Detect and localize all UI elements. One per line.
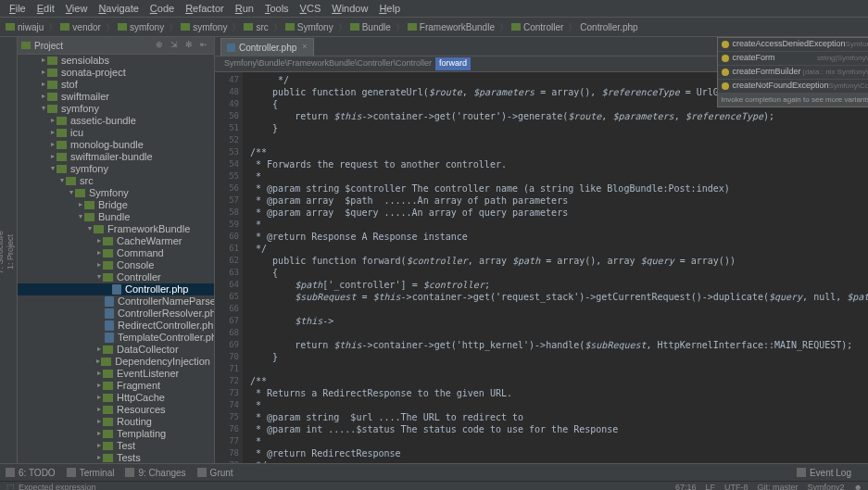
tree-folder[interactable]: ▾symfony xyxy=(18,163,214,175)
completion-item[interactable]: createAccessDeniedExceptionSymfony\Compo… xyxy=(718,38,868,52)
caret-position[interactable]: 67:16 xyxy=(675,483,697,490)
tree-folder[interactable]: ▸Test xyxy=(18,440,214,452)
tree-arrow-icon[interactable]: ▸ xyxy=(95,381,103,390)
tree-arrow-icon[interactable]: ▸ xyxy=(95,393,103,402)
menu-run[interactable]: Run xyxy=(230,2,259,15)
tree-arrow-icon[interactable]: ▸ xyxy=(95,417,103,426)
hector-icon[interactable]: ☻ xyxy=(854,483,862,490)
tree-folder[interactable]: ▾FrameworkBundle xyxy=(18,223,214,235)
tree-folder[interactable]: ▾src xyxy=(18,175,214,187)
tree-folder[interactable]: ▸Resources xyxy=(18,404,214,416)
menu-refactor[interactable]: Refactor xyxy=(180,2,230,15)
tree-arrow-icon[interactable]: ▸ xyxy=(49,116,57,125)
tree-arrow-icon[interactable]: ▸ xyxy=(40,80,47,89)
tree-arrow-icon[interactable]: ▾ xyxy=(40,104,47,113)
tree-folder[interactable]: ▸monolog-bundle xyxy=(18,139,214,151)
tree-arrow-icon[interactable]: ▾ xyxy=(68,188,75,197)
menu-view[interactable]: View xyxy=(60,2,94,15)
tree-arrow-icon[interactable]: ▾ xyxy=(86,224,94,233)
tool-button[interactable]: 7: Structure xyxy=(0,231,6,274)
tool-button[interactable]: 1: Project xyxy=(6,234,17,270)
gear-icon[interactable]: ✻ xyxy=(182,39,195,52)
tree-folder[interactable]: ▾Controller xyxy=(18,271,214,283)
tree-arrow-icon[interactable]: ▸ xyxy=(40,92,47,101)
tree-folder[interactable]: ▸CacheWarmer xyxy=(18,235,214,247)
editor-tab[interactable]: Controller.php × xyxy=(220,38,314,56)
menu-edit[interactable]: Edit xyxy=(31,2,60,15)
tree-arrow-icon[interactable]: ▸ xyxy=(95,236,103,245)
tree-folder[interactable]: ▸Templating xyxy=(18,428,214,440)
nav-crumb[interactable]: vendor xyxy=(60,21,101,33)
tree-folder[interactable]: ▸sensiolabs xyxy=(18,55,214,67)
tree-folder[interactable]: ▸DataCollector xyxy=(18,344,214,356)
tree-folder[interactable]: ▸HttpCache xyxy=(18,392,214,404)
file-encoding[interactable]: UTF-8 xyxy=(724,483,748,490)
collapse-all-icon[interactable]: ⇲ xyxy=(168,39,181,52)
tree-arrow-icon[interactable]: ▸ xyxy=(49,152,57,161)
tree-folder[interactable]: ▾symfony xyxy=(18,103,214,115)
tree-arrow-icon[interactable]: ▸ xyxy=(95,405,103,414)
nav-crumb[interactable]: symfony xyxy=(118,21,164,33)
tree-folder[interactable]: ▸swiftmailer-bundle xyxy=(18,151,214,163)
tree-arrow-icon[interactable]: ▸ xyxy=(77,200,84,209)
tree-folder[interactable]: ▸Tests xyxy=(18,452,214,463)
git-branch[interactable]: Git: master xyxy=(757,483,798,490)
tree-folder[interactable]: ▸swiftmailer xyxy=(18,91,214,103)
tree-folder[interactable]: ▸assetic-bundle xyxy=(18,115,214,127)
nav-crumb[interactable]: FrameworkBundle xyxy=(408,21,495,33)
tree-file[interactable]: TemplateController.php xyxy=(18,332,214,344)
nav-crumb[interactable]: Controller xyxy=(511,21,563,33)
tree-arrow-icon[interactable]: ▾ xyxy=(58,176,66,185)
tree-folder[interactable]: ▸Routing xyxy=(18,416,214,428)
tool-window-stripe-left[interactable]: 1: Project7: StructureFavoritesSymfony2 xyxy=(0,37,18,463)
tree-arrow-icon[interactable]: ▸ xyxy=(95,260,103,270)
tree-folder[interactable]: ▸sonata-project xyxy=(18,67,214,79)
completion-popup[interactable]: createAccessDeniedExceptionSymfony\Compo… xyxy=(717,37,868,107)
tree-file[interactable]: RedirectController.php xyxy=(18,320,214,332)
tree-folder[interactable]: ▸Console xyxy=(18,259,214,271)
completion-item[interactable]: createFormstring|Symfony\Co Symfony xyxy=(718,52,868,66)
bottom-tool-button[interactable]: 6: TODO xyxy=(6,467,56,479)
nav-crumb[interactable]: Bundle xyxy=(350,21,391,33)
tree-folder[interactable]: ▸Fragment xyxy=(18,380,214,392)
tree-arrow-icon[interactable]: ▸ xyxy=(40,56,47,65)
completion-item[interactable]: createNotFoundExceptionSymfony\Component… xyxy=(718,80,868,94)
line-separator[interactable]: LF xyxy=(705,483,715,490)
menu-navigate[interactable]: Navigate xyxy=(93,2,144,15)
tree-file[interactable]: ControllerNameParser.php xyxy=(18,295,214,308)
tree-folder[interactable]: ▸DependencyInjection xyxy=(18,356,214,368)
bottom-tool-button[interactable]: Terminal xyxy=(67,467,115,479)
menu-code[interactable]: Code xyxy=(145,2,180,15)
bottom-tool-button[interactable]: 9: Changes xyxy=(125,467,185,479)
tree-file[interactable]: Controller.php xyxy=(18,283,214,295)
tree-arrow-icon[interactable]: ▸ xyxy=(95,453,103,462)
menu-help[interactable]: Help xyxy=(373,2,406,15)
tree-arrow-icon[interactable]: ▾ xyxy=(95,272,103,282)
bottom-tool-button[interactable]: Grunt xyxy=(197,467,233,479)
menu-vcs[interactable]: VCS xyxy=(295,2,327,15)
close-icon[interactable]: × xyxy=(302,42,307,53)
tree-arrow-icon[interactable]: ▸ xyxy=(40,68,47,77)
tree-arrow-icon[interactable]: ▸ xyxy=(95,369,103,378)
breadcrumb-item[interactable]: Symfony\Bundle\FrameworkBundle\Controlle… xyxy=(220,57,435,70)
code-text[interactable]: */ public function generateUrl($route, $… xyxy=(243,72,868,463)
tree-folder[interactable]: ▸Command xyxy=(18,247,214,259)
completion-item[interactable]: createFormBuilder(data : nix Symfony\Com… xyxy=(718,66,868,80)
tree-arrow-icon[interactable]: ▸ xyxy=(95,429,103,438)
tree-folder[interactable]: ▸stof xyxy=(18,79,214,91)
nav-crumb[interactable]: symfony xyxy=(181,21,227,33)
nav-crumb[interactable]: niwaju xyxy=(6,21,44,33)
tree-arrow-icon[interactable]: ▸ xyxy=(95,248,103,258)
breadcrumb-item[interactable]: forward xyxy=(435,57,471,70)
tree-arrow-icon[interactable]: ▸ xyxy=(49,140,57,149)
menu-file[interactable]: File xyxy=(4,2,31,15)
code-editor[interactable]: 4748495051525354555657585960616263646566… xyxy=(215,72,868,463)
nav-crumb[interactable]: Symfony xyxy=(285,21,333,33)
scroll-from-source-icon[interactable]: ⊕ xyxy=(153,39,166,52)
menu-window[interactable]: Window xyxy=(326,2,373,15)
project-tool-title[interactable]: Project xyxy=(21,40,63,52)
tree-folder[interactable]: ▸Bridge xyxy=(18,199,214,211)
project-tree[interactable]: ▸sensiolabs▸sonata-project▸stof▸swiftmai… xyxy=(18,55,214,463)
tree-arrow-icon[interactable]: ▸ xyxy=(95,441,103,450)
nav-crumb[interactable]: src xyxy=(244,21,268,33)
